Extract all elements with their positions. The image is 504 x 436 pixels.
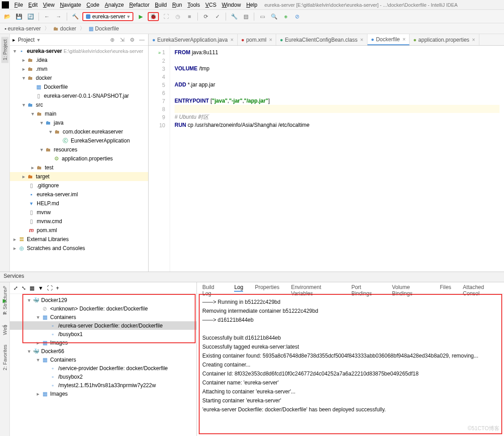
folder-icon: 🖿	[53, 26, 59, 32]
update-icon[interactable]: ⟳	[201, 12, 210, 21]
expand-icon[interactable]: ⤢	[13, 285, 18, 291]
editor-tab[interactable]: ●EurekaServerApplication.java×	[149, 34, 238, 45]
log-output[interactable]: ——> Running in b51222c429bdRemoving inte…	[197, 294, 504, 436]
services-header[interactable]: Services	[0, 272, 504, 282]
chevron-down-icon: ▾	[127, 13, 130, 20]
services-tab[interactable]: Volume Bindings	[392, 284, 428, 292]
menu-build[interactable]: Build	[152, 1, 170, 9]
menu-edit[interactable]: Edit	[26, 1, 40, 9]
menu-run[interactable]: Run	[170, 1, 185, 9]
folder-icon: 🖿	[27, 102, 34, 108]
hammer-icon[interactable]: 🔨	[71, 12, 80, 21]
structure-icon[interactable]: ▤	[241, 12, 250, 21]
breadcrumb-item[interactable]: 🖿docker	[51, 25, 78, 32]
close-icon[interactable]: ×	[360, 37, 363, 43]
run-config-dropdown[interactable]: eureka-server ▾	[82, 12, 133, 21]
forward-icon[interactable]: →	[54, 12, 63, 21]
close-icon[interactable]: ×	[231, 37, 234, 43]
editor-area: ●EurekaServerApplication.java×●pom.xml×●…	[149, 34, 504, 272]
services-tab[interactable]: Files	[440, 284, 451, 292]
show-icon[interactable]: ⛶	[47, 285, 52, 291]
collapse-icon[interactable]: ⇲	[119, 36, 126, 43]
web-tool-tab[interactable]: Web	[1, 322, 9, 337]
stop-icon[interactable]: ■	[185, 12, 194, 21]
editor-tab[interactable]: ●Dockerfile×	[367, 34, 410, 45]
code-editor[interactable]: » 12345678910 FROM java:8u111 VOLUME /tm…	[149, 46, 504, 272]
grid-icon: ▦	[41, 391, 48, 397]
group-icon[interactable]: ▦	[30, 285, 34, 291]
editor-tab[interactable]: ●application.properties×	[410, 34, 479, 45]
favorites-tool-tab[interactable]: 2: Favorites	[1, 342, 9, 373]
target-folder-icon: 🖿	[27, 173, 34, 180]
breadcrumb-item[interactable]: ▦Dockerfile	[87, 25, 120, 32]
project-panel: ▸ Project ▾ ⊕ ⇲ ⚙ — ▾▪eureka-server E:\g…	[10, 34, 149, 272]
no-entry-icon[interactable]: ⊘	[293, 12, 302, 21]
menu-help[interactable]: Help	[243, 1, 260, 9]
back-icon[interactable]: ←	[43, 12, 51, 21]
debug-button-highlighted[interactable]: 🐞	[148, 12, 159, 21]
scratches-icon: ◎	[18, 245, 25, 251]
menu-file[interactable]: File	[12, 1, 26, 9]
wrench-icon[interactable]: 🔧	[230, 12, 239, 21]
module-icon: ▪	[4, 26, 6, 32]
add-icon[interactable]: +	[56, 285, 59, 291]
commit-icon[interactable]: ✓	[213, 12, 222, 21]
sync-icon[interactable]: 🔄	[26, 12, 35, 21]
save-icon[interactable]: 💾	[14, 12, 23, 21]
layout-icon[interactable]: ▭	[258, 12, 267, 21]
code-content[interactable]: FROM java:8u111 VOLUME /tmp ADD *.jar ap…	[170, 46, 504, 272]
menu-window[interactable]: Window	[219, 1, 243, 9]
docker-icon: ▦	[89, 26, 94, 32]
jar-icon: ▯	[35, 93, 42, 99]
project-panel-title: Project	[18, 37, 34, 43]
menu-navigate[interactable]: Navigate	[57, 1, 84, 9]
profile-icon[interactable]: ◷	[173, 12, 182, 21]
structure-tool-tab[interactable]: 7: Structure	[1, 287, 9, 318]
services-tab[interactable]: Port Bindings	[351, 284, 380, 292]
close-icon[interactable]: ×	[472, 37, 475, 43]
run-button[interactable]: ▶	[136, 12, 145, 21]
left-tool-gutter: 1: Project	[0, 34, 10, 272]
close-icon[interactable]: ×	[402, 36, 406, 43]
collapse-icon[interactable]: ⤡	[21, 285, 26, 291]
file-type-icon: ●	[241, 37, 244, 43]
services-tab[interactable]: Build Log	[202, 284, 222, 292]
line-gutter: » 12345678910	[149, 46, 170, 272]
target-icon[interactable]: ⊕	[109, 36, 116, 43]
menu-refactor[interactable]: Refactor	[127, 1, 152, 9]
services-detail-panel: Build LogLogPropertiesEnvironment Variab…	[197, 282, 504, 436]
main-toolbar: 📂 💾 🔄 ← → 🔨 eureka-server ▾ ▶ 🐞 ⛶ ◷ ■ ⟳ …	[0, 10, 504, 23]
breadcrumb-item[interactable]: ▪eureka-server	[3, 25, 43, 32]
folder-icon: 🖿	[45, 120, 52, 126]
services-tab[interactable]: Log	[234, 284, 243, 292]
project-tree[interactable]: ▾▪eureka-server E:\gitlab\kelvin\docker\…	[10, 46, 148, 272]
container-icon: ▫	[49, 374, 56, 380]
chevron-down-icon[interactable]: ▾	[37, 37, 40, 43]
editor-tab[interactable]: ●EurekaClientConfigBean.class×	[276, 34, 367, 45]
run-anything-icon[interactable]: ⎈	[281, 12, 290, 21]
menu-vcs[interactable]: VCS	[203, 1, 219, 9]
class-icon: ⓒ	[62, 138, 69, 144]
gear-icon[interactable]: ⚙	[128, 36, 136, 43]
close-icon[interactable]: ×	[269, 37, 272, 43]
search-icon[interactable]: 🔍	[269, 12, 278, 21]
coverage-icon[interactable]: ⛶	[162, 12, 171, 21]
maven-icon: m	[28, 227, 35, 233]
file-icon: ▯	[28, 218, 35, 224]
libraries-icon: 𝌆	[18, 236, 25, 242]
menu-code[interactable]: Code	[84, 1, 102, 9]
docker-icon: 🐳	[32, 348, 39, 354]
services-tab[interactable]: Properties	[255, 284, 279, 292]
breadcrumb: ▪eureka-server 〉 🖿docker 〉 ▦Dockerfile	[0, 23, 504, 34]
services-tab[interactable]: Environment Variables	[291, 284, 340, 292]
services-tab[interactable]: Attached Consol	[463, 284, 499, 292]
editor-tab[interactable]: ●pom.xml×	[238, 34, 277, 45]
menu-analyze[interactable]: Analyze	[102, 1, 127, 9]
filter-icon[interactable]: ▼	[38, 285, 43, 291]
services-toolbar: ⤢ ⤡ ▦ ▼ ⛶ +	[10, 282, 196, 294]
menu-tools[interactable]: Tools	[185, 1, 203, 9]
open-icon[interactable]: 📂	[3, 12, 12, 21]
menu-view[interactable]: View	[40, 1, 57, 9]
hide-icon[interactable]: —	[138, 36, 145, 43]
project-tool-tab[interactable]: 1: Project	[1, 37, 9, 63]
